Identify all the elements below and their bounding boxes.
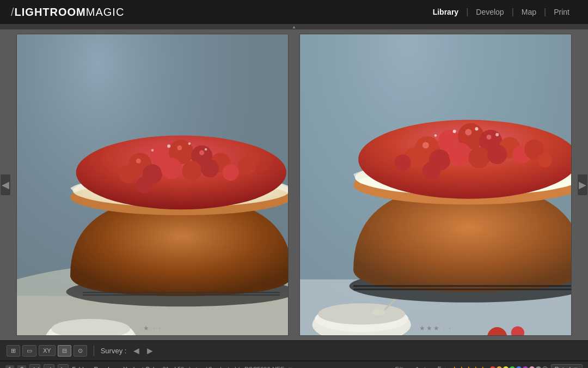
svg-point-74 [434,134,437,137]
color-filter-pink[interactable] [529,366,535,369]
main-view: ◀ [0,29,588,340]
chevron-left-icon: ◀ [1,174,10,195]
svg-point-46 [371,309,384,316]
filmstrip-info-bar: 1 2 ◀◀ ◀ ▶ Folder : Raspberry Yoghurt Ca… [0,361,588,368]
svg-point-59 [449,143,471,166]
filter-group: Filter : ◆ ◇ ≡ ⇅ ≥ ★★★★★ Rated ▼ [395,364,583,369]
svg-point-24 [238,157,256,175]
color-filter-red[interactable] [490,366,495,369]
survey-view-button[interactable]: ⊟ [58,345,71,357]
filter-sort-icon[interactable]: ⇅ [437,365,442,368]
photo-panel-2: ★★★ · · [299,34,572,336]
svg-point-31 [151,149,154,152]
svg-point-68 [422,142,429,149]
svg-point-72 [475,127,478,130]
chevron-right-icon: ▶ [578,174,587,195]
svg-point-45 [318,303,405,324]
prev-photo-button[interactable]: ◀ [0,34,11,336]
filmstrip-area: 1 2 ◀◀ ◀ ▶ Folder : Raspberry Yoghurt Ca… [0,361,588,368]
folder-info-text: Folder : Raspberry Yoghurt Cake [72,366,159,369]
photo-image-1 [17,34,288,335]
filter-list-icon[interactable]: ≡ [430,366,433,369]
svg-point-26 [177,146,182,150]
svg-point-21 [119,165,137,183]
camera-button[interactable]: ⊙ [74,345,87,357]
filmstrip-back-button[interactable]: ◀◀ [29,364,40,369]
filter-star-threshold-icon[interactable]: ≥ [445,366,448,369]
svg-point-61 [487,144,507,164]
filmstrip-prev-button[interactable]: ◀ [44,364,54,369]
photo-image-2 [300,34,571,335]
photo-2-stars: ★★★ · · [300,324,571,332]
grid-view-button[interactable]: ⊞ [7,345,20,357]
photo-frame-1[interactable]: ★ · · [16,34,289,336]
photo-frame-2[interactable]: ★★★ · · [299,34,572,336]
page-num-2: 2 [17,365,26,369]
nav-library[interactable]: Library [425,5,466,19]
svg-point-29 [188,142,191,145]
compare-view-button[interactable]: XY [39,345,56,356]
svg-point-73 [495,133,499,136]
nav-develop[interactable]: Develop [468,5,511,19]
top-panel-toggle[interactable]: ▲ [0,24,588,29]
svg-point-66 [395,154,411,171]
logo-lightroom: LIGHTROOM [15,6,86,18]
svg-point-25 [136,159,141,164]
nav-print[interactable]: Print [546,5,577,19]
svg-point-64 [422,162,440,180]
next-photo-button[interactable]: ▶ [577,34,588,336]
survey-prev-button[interactable]: ◀ [131,345,142,357]
chevron-up-icon: ▲ [292,25,296,29]
photos-container: ★ · · [11,34,577,336]
chevron-down-icon[interactable]: ▼ [287,366,293,369]
rated-label: Rated [555,366,571,369]
svg-point-69 [465,129,471,135]
svg-point-19 [182,161,201,180]
filmstrip-next-button[interactable]: ▶ [58,364,69,369]
filter-diamond-icon[interactable]: ◇ [422,365,427,368]
survey-label: Survey : [101,347,127,355]
color-filter-group [490,366,548,369]
svg-point-22 [222,164,238,180]
nav-map[interactable]: Map [514,5,544,19]
loupe-view-button[interactable]: ▭ [22,345,36,357]
photo-1-stars: ★ · · [17,324,288,332]
color-filter-gray[interactable] [536,366,541,369]
nav: Library | Develop | Map | Print [425,5,577,19]
logo: /LIGHTROOMMAGIC [11,6,124,19]
svg-point-18 [161,158,182,179]
toolbar: ⊞ ▭ XY ⊟ ⊙ Survey : ◀ ▶ [0,340,588,361]
color-filter-none[interactable] [542,366,548,369]
svg-point-30 [205,148,207,151]
survey-nav-group: ◀ ▶ [131,345,156,357]
svg-point-27 [199,150,204,155]
page-num-1: 1 [5,365,14,369]
filter-stars-display[interactable]: ★★★★★ [451,365,487,368]
color-filter-green[interactable] [510,366,515,369]
rated-dropdown[interactable]: Rated ▼ [551,364,583,369]
svg-point-28 [167,144,170,148]
svg-point-60 [468,147,489,168]
svg-point-71 [453,130,456,133]
filter-icon[interactable]: ◆ [415,365,419,368]
svg-point-67 [537,153,552,167]
svg-point-20 [201,159,219,177]
toolbar-sep-1 [94,345,94,356]
svg-point-70 [487,135,492,140]
header: /LIGHTROOMMAGIC Library | Develop | Map … [0,0,588,24]
color-filter-yellow[interactable] [503,366,509,369]
color-filter-orange[interactable] [497,366,502,369]
logo-magic: MAGIC [86,6,125,18]
color-filter-blue[interactable] [516,366,522,369]
rated-chevron-icon: ▼ [573,366,579,369]
view-mode-group: ⊞ ▭ XY ⊟ ⊙ [7,345,87,357]
survey-next-button[interactable]: ▶ [144,345,156,357]
photo-panel-1: ★ · · [16,34,289,336]
photo-count-text: 31 of 59 photos / 2 selected / _DSC5290.… [162,366,284,369]
filter-label: Filter : [395,366,412,369]
color-filter-purple[interactable] [523,366,528,369]
svg-point-23 [136,177,152,193]
